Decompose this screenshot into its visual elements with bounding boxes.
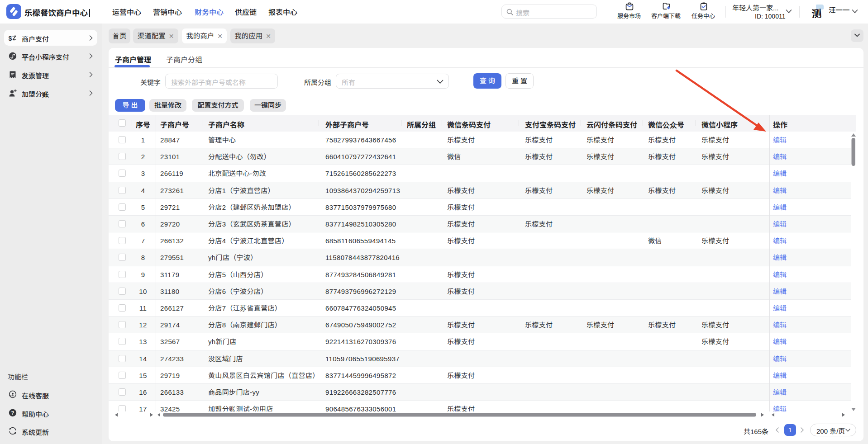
svg-text:$: $ [9, 35, 12, 42]
svg-text:?: ? [11, 410, 14, 416]
